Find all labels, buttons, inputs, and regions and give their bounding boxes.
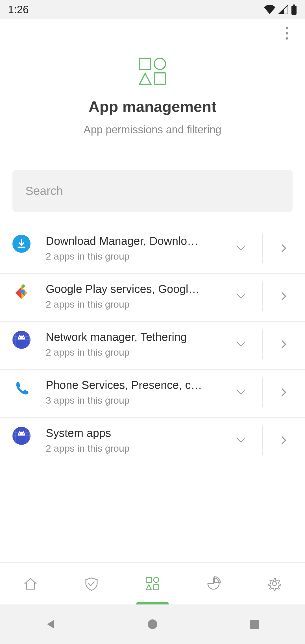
chevron-down-icon — [236, 291, 246, 301]
search-input[interactable] — [12, 170, 293, 212]
group-subtitle: 2 apps in this group — [46, 443, 220, 454]
system-nav-bar — [0, 604, 305, 644]
group-title: Download Manager, Downlo… — [46, 235, 210, 247]
group-title: System apps — [46, 427, 210, 440]
android-icon — [12, 427, 30, 445]
chevron-down-icon — [236, 243, 246, 253]
nav-settings[interactable] — [244, 563, 305, 604]
hero-section: App management App permissions and filte… — [0, 47, 305, 156]
svg-point-14 — [148, 619, 157, 629]
wifi-icon — [264, 5, 276, 14]
group-subtitle: 2 apps in this group — [46, 251, 220, 262]
app-group-row[interactable]: Download Manager, Downlo… 2 apps in this… — [0, 226, 305, 274]
details-button[interactable] — [263, 271, 305, 321]
expand-button[interactable] — [220, 415, 262, 465]
app-group-row[interactable]: Google Play services, Googl… 2 apps in t… — [0, 274, 305, 322]
shield-check-icon — [84, 576, 99, 591]
more-options-button[interactable] — [276, 22, 298, 45]
search-container — [0, 156, 305, 226]
details-button[interactable] — [263, 367, 305, 417]
details-button[interactable] — [263, 319, 305, 369]
chevron-right-icon — [279, 388, 288, 397]
expand-button[interactable] — [220, 367, 262, 417]
details-button[interactable] — [263, 223, 305, 273]
cellular-icon — [278, 5, 288, 14]
svg-rect-10 — [146, 577, 151, 582]
chevron-right-icon — [279, 292, 288, 301]
nav-statistics[interactable] — [183, 563, 244, 604]
svg-rect-1 — [293, 5, 295, 6]
group-subtitle: 2 apps in this group — [46, 347, 220, 358]
app-group-list: Download Manager, Downlo… 2 apps in this… — [0, 226, 305, 604]
svg-point-7 — [23, 337, 24, 338]
sys-back-button[interactable] — [42, 616, 59, 633]
svg-point-13 — [273, 582, 276, 586]
chevron-down-icon — [236, 435, 246, 445]
group-subtitle: 3 apps in this group — [46, 395, 220, 406]
svg-rect-4 — [154, 73, 165, 84]
status-bar: 1:26 — [0, 0, 305, 19]
page-subtitle: App permissions and filtering — [0, 124, 305, 136]
play-services-icon — [12, 283, 30, 301]
svg-point-6 — [19, 337, 20, 338]
app-group-row[interactable]: Network manager, Tethering 2 apps in thi… — [0, 322, 305, 370]
chevron-down-icon — [236, 339, 246, 349]
svg-rect-0 — [291, 6, 297, 15]
triangle-back-icon — [45, 618, 57, 630]
svg-rect-2 — [140, 58, 151, 69]
status-icons — [264, 5, 297, 15]
svg-point-3 — [154, 58, 165, 69]
app-group-row[interactable]: System apps 2 apps in this group — [0, 418, 305, 465]
chevron-right-icon — [279, 340, 288, 349]
apps-shapes-icon — [137, 56, 168, 86]
nav-active-indicator — [136, 602, 169, 604]
square-recent-icon — [249, 619, 260, 630]
svg-point-11 — [154, 577, 159, 582]
page-title: App management — [0, 98, 305, 115]
group-title: Network manager, Tethering — [46, 331, 210, 343]
sys-recent-button[interactable] — [246, 616, 263, 633]
details-button[interactable] — [263, 415, 305, 465]
group-title: Google Play services, Googl… — [46, 283, 210, 295]
app-screen: App management App permissions and filte… — [0, 19, 305, 604]
action-bar — [0, 19, 305, 47]
chevron-right-icon — [279, 436, 288, 445]
svg-rect-15 — [250, 620, 259, 629]
expand-button[interactable] — [220, 271, 262, 321]
more-vert-icon — [286, 27, 288, 40]
group-title: Phone Services, Presence, c… — [46, 379, 210, 391]
chevron-right-icon — [279, 244, 288, 253]
nav-protection[interactable] — [61, 563, 122, 604]
svg-rect-12 — [154, 585, 159, 590]
bottom-nav — [0, 562, 305, 604]
circle-home-icon — [147, 618, 158, 630]
phone-icon — [12, 379, 30, 397]
chevron-down-icon — [236, 387, 246, 397]
battery-icon — [291, 5, 297, 15]
home-icon — [23, 576, 38, 591]
expand-button[interactable] — [220, 223, 262, 273]
svg-point-9 — [23, 433, 24, 434]
gear-icon — [267, 576, 282, 591]
expand-button[interactable] — [220, 319, 262, 369]
group-subtitle: 2 apps in this group — [46, 299, 220, 310]
status-time: 1:26 — [8, 4, 29, 16]
android-icon — [12, 331, 30, 349]
pie-chart-icon — [206, 576, 221, 591]
download-icon — [12, 235, 30, 253]
apps-shapes-icon — [145, 576, 160, 591]
nav-home[interactable] — [0, 563, 61, 604]
svg-point-8 — [19, 433, 20, 434]
sys-home-button[interactable] — [144, 616, 161, 633]
app-group-row[interactable]: Phone Services, Presence, c… 3 apps in t… — [0, 370, 305, 418]
nav-apps[interactable] — [122, 563, 183, 604]
